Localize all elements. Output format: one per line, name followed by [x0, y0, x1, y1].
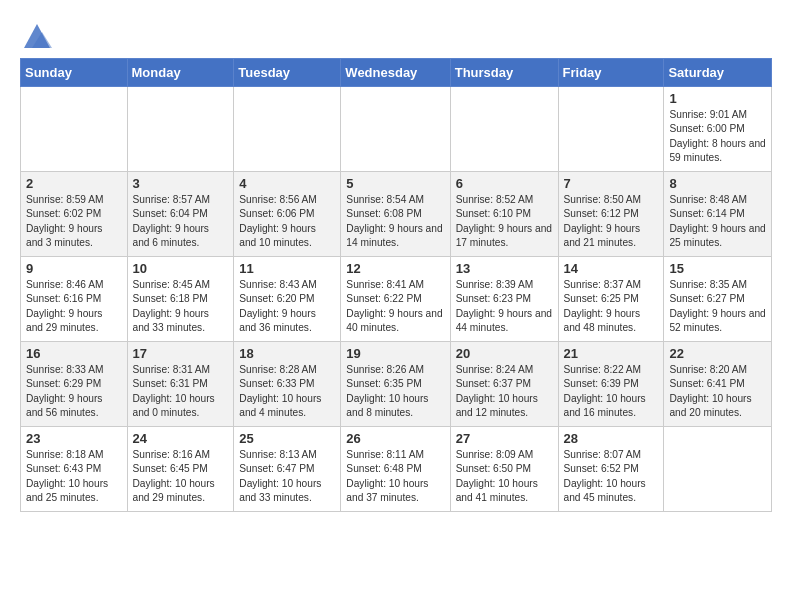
day-number: 12: [346, 261, 444, 276]
calendar-cell: [450, 87, 558, 172]
calendar-cell: 22Sunrise: 8:20 AM Sunset: 6:41 PM Dayli…: [664, 342, 772, 427]
calendar-cell: 10Sunrise: 8:45 AM Sunset: 6:18 PM Dayli…: [127, 257, 234, 342]
header: [20, 20, 772, 48]
day-info: Sunrise: 8:45 AM Sunset: 6:18 PM Dayligh…: [133, 278, 229, 335]
day-number: 15: [669, 261, 766, 276]
calendar-week-3: 9Sunrise: 8:46 AM Sunset: 6:16 PM Daylig…: [21, 257, 772, 342]
day-number: 18: [239, 346, 335, 361]
day-info: Sunrise: 8:09 AM Sunset: 6:50 PM Dayligh…: [456, 448, 553, 505]
day-number: 19: [346, 346, 444, 361]
day-info: Sunrise: 8:59 AM Sunset: 6:02 PM Dayligh…: [26, 193, 122, 250]
calendar-cell: 4Sunrise: 8:56 AM Sunset: 6:06 PM Daylig…: [234, 172, 341, 257]
day-number: 21: [564, 346, 659, 361]
logo-icon: [22, 20, 52, 48]
day-info: Sunrise: 8:07 AM Sunset: 6:52 PM Dayligh…: [564, 448, 659, 505]
calendar-table: SundayMondayTuesdayWednesdayThursdayFrid…: [20, 58, 772, 512]
day-number: 25: [239, 431, 335, 446]
day-info: Sunrise: 8:35 AM Sunset: 6:27 PM Dayligh…: [669, 278, 766, 335]
calendar-cell: 11Sunrise: 8:43 AM Sunset: 6:20 PM Dayli…: [234, 257, 341, 342]
day-info: Sunrise: 8:31 AM Sunset: 6:31 PM Dayligh…: [133, 363, 229, 420]
calendar-cell: 21Sunrise: 8:22 AM Sunset: 6:39 PM Dayli…: [558, 342, 664, 427]
calendar-cell: 15Sunrise: 8:35 AM Sunset: 6:27 PM Dayli…: [664, 257, 772, 342]
day-number: 8: [669, 176, 766, 191]
day-info: Sunrise: 8:52 AM Sunset: 6:10 PM Dayligh…: [456, 193, 553, 250]
day-number: 4: [239, 176, 335, 191]
day-number: 22: [669, 346, 766, 361]
day-number: 11: [239, 261, 335, 276]
day-info: Sunrise: 8:54 AM Sunset: 6:08 PM Dayligh…: [346, 193, 444, 250]
day-number: 2: [26, 176, 122, 191]
calendar-cell: [341, 87, 450, 172]
col-header-friday: Friday: [558, 59, 664, 87]
day-info: Sunrise: 8:11 AM Sunset: 6:48 PM Dayligh…: [346, 448, 444, 505]
day-number: 24: [133, 431, 229, 446]
day-number: 7: [564, 176, 659, 191]
calendar-cell: 17Sunrise: 8:31 AM Sunset: 6:31 PM Dayli…: [127, 342, 234, 427]
day-info: Sunrise: 8:41 AM Sunset: 6:22 PM Dayligh…: [346, 278, 444, 335]
calendar-week-4: 16Sunrise: 8:33 AM Sunset: 6:29 PM Dayli…: [21, 342, 772, 427]
day-number: 6: [456, 176, 553, 191]
day-number: 5: [346, 176, 444, 191]
day-number: 26: [346, 431, 444, 446]
day-number: 10: [133, 261, 229, 276]
day-number: 9: [26, 261, 122, 276]
day-number: 23: [26, 431, 122, 446]
calendar-cell: 28Sunrise: 8:07 AM Sunset: 6:52 PM Dayli…: [558, 427, 664, 512]
calendar-cell: [664, 427, 772, 512]
calendar-cell: 27Sunrise: 8:09 AM Sunset: 6:50 PM Dayli…: [450, 427, 558, 512]
day-number: 3: [133, 176, 229, 191]
calendar-cell: [234, 87, 341, 172]
col-header-monday: Monday: [127, 59, 234, 87]
day-info: Sunrise: 8:57 AM Sunset: 6:04 PM Dayligh…: [133, 193, 229, 250]
calendar-cell: 3Sunrise: 8:57 AM Sunset: 6:04 PM Daylig…: [127, 172, 234, 257]
calendar-cell: 18Sunrise: 8:28 AM Sunset: 6:33 PM Dayli…: [234, 342, 341, 427]
calendar-week-5: 23Sunrise: 8:18 AM Sunset: 6:43 PM Dayli…: [21, 427, 772, 512]
page: SundayMondayTuesdayWednesdayThursdayFrid…: [0, 0, 792, 532]
day-number: 20: [456, 346, 553, 361]
day-info: Sunrise: 8:48 AM Sunset: 6:14 PM Dayligh…: [669, 193, 766, 250]
calendar-cell: 13Sunrise: 8:39 AM Sunset: 6:23 PM Dayli…: [450, 257, 558, 342]
calendar-cell: 23Sunrise: 8:18 AM Sunset: 6:43 PM Dayli…: [21, 427, 128, 512]
day-info: Sunrise: 8:16 AM Sunset: 6:45 PM Dayligh…: [133, 448, 229, 505]
col-header-thursday: Thursday: [450, 59, 558, 87]
calendar-week-2: 2Sunrise: 8:59 AM Sunset: 6:02 PM Daylig…: [21, 172, 772, 257]
logo: [20, 20, 52, 48]
calendar-cell: [21, 87, 128, 172]
col-header-tuesday: Tuesday: [234, 59, 341, 87]
day-info: Sunrise: 8:20 AM Sunset: 6:41 PM Dayligh…: [669, 363, 766, 420]
day-number: 17: [133, 346, 229, 361]
day-number: 14: [564, 261, 659, 276]
day-info: Sunrise: 8:22 AM Sunset: 6:39 PM Dayligh…: [564, 363, 659, 420]
calendar-cell: 1Sunrise: 9:01 AM Sunset: 6:00 PM Daylig…: [664, 87, 772, 172]
col-header-saturday: Saturday: [664, 59, 772, 87]
calendar-cell: 9Sunrise: 8:46 AM Sunset: 6:16 PM Daylig…: [21, 257, 128, 342]
day-info: Sunrise: 8:43 AM Sunset: 6:20 PM Dayligh…: [239, 278, 335, 335]
calendar-cell: [127, 87, 234, 172]
calendar-cell: 25Sunrise: 8:13 AM Sunset: 6:47 PM Dayli…: [234, 427, 341, 512]
calendar-cell: [558, 87, 664, 172]
day-number: 28: [564, 431, 659, 446]
day-info: Sunrise: 8:18 AM Sunset: 6:43 PM Dayligh…: [26, 448, 122, 505]
day-info: Sunrise: 8:56 AM Sunset: 6:06 PM Dayligh…: [239, 193, 335, 250]
day-info: Sunrise: 8:50 AM Sunset: 6:12 PM Dayligh…: [564, 193, 659, 250]
calendar-cell: 6Sunrise: 8:52 AM Sunset: 6:10 PM Daylig…: [450, 172, 558, 257]
day-info: Sunrise: 8:26 AM Sunset: 6:35 PM Dayligh…: [346, 363, 444, 420]
calendar-cell: 19Sunrise: 8:26 AM Sunset: 6:35 PM Dayli…: [341, 342, 450, 427]
day-info: Sunrise: 8:13 AM Sunset: 6:47 PM Dayligh…: [239, 448, 335, 505]
calendar-cell: 20Sunrise: 8:24 AM Sunset: 6:37 PM Dayli…: [450, 342, 558, 427]
day-number: 27: [456, 431, 553, 446]
day-info: Sunrise: 8:28 AM Sunset: 6:33 PM Dayligh…: [239, 363, 335, 420]
calendar-cell: 12Sunrise: 8:41 AM Sunset: 6:22 PM Dayli…: [341, 257, 450, 342]
col-header-sunday: Sunday: [21, 59, 128, 87]
day-info: Sunrise: 8:39 AM Sunset: 6:23 PM Dayligh…: [456, 278, 553, 335]
calendar-cell: 16Sunrise: 8:33 AM Sunset: 6:29 PM Dayli…: [21, 342, 128, 427]
calendar-cell: 24Sunrise: 8:16 AM Sunset: 6:45 PM Dayli…: [127, 427, 234, 512]
day-number: 1: [669, 91, 766, 106]
col-header-wednesday: Wednesday: [341, 59, 450, 87]
day-info: Sunrise: 8:46 AM Sunset: 6:16 PM Dayligh…: [26, 278, 122, 335]
calendar-cell: 14Sunrise: 8:37 AM Sunset: 6:25 PM Dayli…: [558, 257, 664, 342]
day-info: Sunrise: 9:01 AM Sunset: 6:00 PM Dayligh…: [669, 108, 766, 165]
calendar-cell: 2Sunrise: 8:59 AM Sunset: 6:02 PM Daylig…: [21, 172, 128, 257]
day-info: Sunrise: 8:37 AM Sunset: 6:25 PM Dayligh…: [564, 278, 659, 335]
day-info: Sunrise: 8:33 AM Sunset: 6:29 PM Dayligh…: [26, 363, 122, 420]
